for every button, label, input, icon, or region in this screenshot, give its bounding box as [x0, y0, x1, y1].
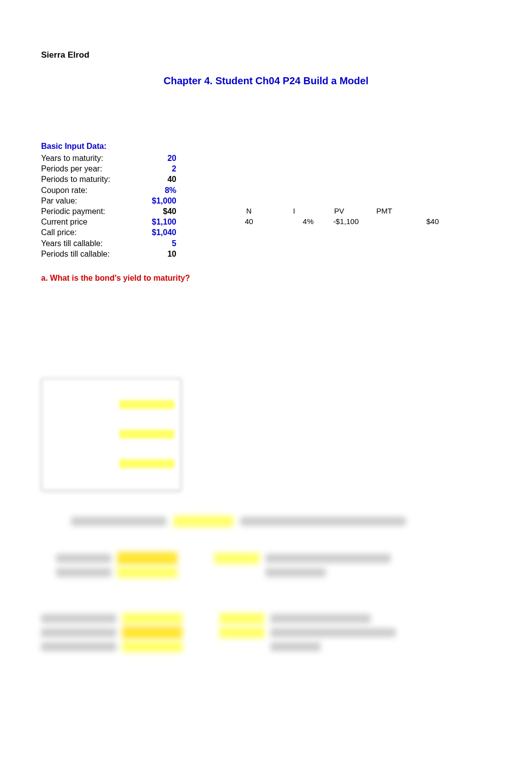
question-a: a. What is the bond's yield to maturity?: [41, 274, 491, 283]
calc-i: 4%: [272, 217, 317, 227]
label-call-price: Call price:: [41, 228, 136, 237]
label-years-maturity: Years to maturity:: [41, 153, 136, 163]
calc-pv: -$1,100: [317, 217, 362, 227]
value-par-value: $1,000: [136, 196, 176, 206]
calc-pmt: $40: [407, 217, 442, 227]
blurred-highlight: [119, 400, 174, 409]
value-years-maturity: 20: [136, 153, 176, 163]
value-periods-maturity: 40: [136, 174, 176, 184]
label-periods-callable: Periods till callable:: [41, 249, 136, 259]
header-pmt: PMT: [362, 207, 407, 216]
blurred-box: [41, 378, 181, 491]
value-coupon-rate: 8%: [136, 185, 176, 195]
blurred-row-group: [41, 552, 491, 578]
value-periodic-payment: $40: [136, 207, 176, 216]
value-years-callable: 5: [136, 239, 176, 248]
chapter-title: Chapter 4. Student Ch04 P24 Build a Mode…: [41, 75, 491, 87]
blurred-highlight: [119, 430, 174, 439]
blurred-row-group: [41, 613, 491, 652]
value-current-price: $1,100: [136, 217, 176, 227]
label-periodic-payment: Periodic payment:: [41, 207, 136, 216]
blurred-highlight: [119, 459, 174, 468]
calc-n: 40: [226, 217, 272, 227]
label-periods-maturity: Periods to maturity:: [41, 174, 136, 184]
blurred-region: [41, 378, 491, 652]
blurred-row: [71, 516, 491, 527]
value-periods-callable: 10: [136, 249, 176, 259]
header-pv: PV: [317, 207, 362, 216]
value-periods-year: 2: [136, 164, 176, 173]
label-current-price: Current price: [41, 217, 136, 227]
label-years-callable: Years till callable:: [41, 239, 136, 248]
header-n: N: [226, 207, 272, 216]
section-heading: Basic Input Data:: [41, 142, 491, 151]
label-periods-year: Periods per year:: [41, 164, 136, 173]
value-call-price: $1,040: [136, 228, 176, 237]
label-par-value: Par value:: [41, 196, 136, 206]
label-coupon-rate: Coupon rate:: [41, 185, 136, 195]
author-name: Sierra Elrod: [41, 50, 491, 60]
input-data-grid: Years to maturity: 20 Periods per year: …: [41, 153, 491, 259]
header-i: I: [272, 207, 317, 216]
